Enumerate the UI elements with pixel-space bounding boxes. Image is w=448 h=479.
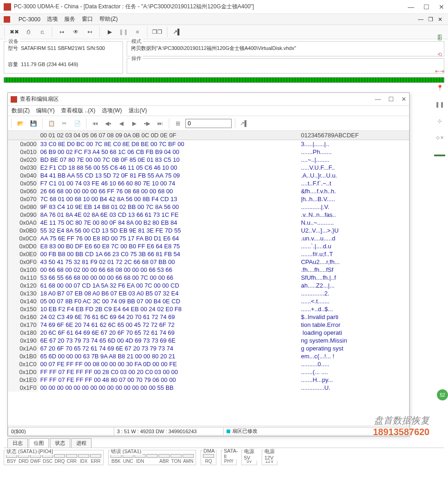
hex-next-icon[interactable]: ▪▶ <box>141 118 153 129</box>
close-button[interactable]: ✕ <box>439 3 444 11</box>
hex-row[interactable]: 0x0C0AA 75 6E FF 76 00 E8 8D 00 75 17 FA… <box>8 234 409 242</box>
sidebar-reset-icon[interactable]: ⟲ <box>434 49 445 60</box>
hex-row[interactable]: 0x030E2 F1 CD 18 88 56 00 55 C6 46 11 05… <box>8 164 409 172</box>
hex-row[interactable]: 0x040B4 41 BB AA 55 CD 13 5D 72 0F 81 FB… <box>8 172 409 179</box>
hex-row[interactable]: 0x12061 68 00 00 07 CD 1A 5A 32 F6 EA 00… <box>8 282 409 289</box>
sidebar-pin-icon[interactable]: 📍 <box>434 82 445 93</box>
status-panel: 状态 (SATA1)-[PIO4]BSYDRDDWFDSCDRQCRRIDXER… <box>4 448 444 465</box>
tab-bitmap[interactable]: 位图 <box>29 438 49 448</box>
hex-row[interactable]: 0x14005 00 07 8B F0 AC 3C 00 74 09 BB 07… <box>8 297 409 305</box>
hex-copy-icon[interactable]: 📋 <box>46 118 57 129</box>
led-item: DWF <box>30 454 41 464</box>
menubar-app-label[interactable]: PC-3000 <box>18 16 40 23</box>
hex-prev-icon[interactable]: ◀▪ <box>103 118 114 129</box>
sidebar-tool2-icon[interactable]: ⊹× <box>434 132 445 143</box>
hex-row[interactable]: 0x0A04E 11 75 0C 80 7E 00 80 0F 84 8A 00… <box>8 219 409 227</box>
tab-log[interactable]: 日志 <box>7 438 28 448</box>
tool-start-arrow-icon[interactable]: ↦ <box>56 26 68 37</box>
tool-binoculars-icon[interactable]: 👁 <box>70 26 81 37</box>
tool-end-arrow-icon[interactable]: ↤ <box>84 26 95 37</box>
hex-row[interactable]: 0x050F7 C1 01 00 74 03 FE 46 10 66 60 80… <box>8 179 409 187</box>
hex-row[interactable]: 0x17074 69 6F 6E 20 74 61 62 6C 65 00 45… <box>8 321 409 329</box>
hex-row[interactable]: 0x0D0E8 83 00 B0 DF E6 60 E8 7C 00 B0 FF… <box>8 242 409 250</box>
notification-badge[interactable]: 52 <box>437 389 448 400</box>
tab-process[interactable]: 进程 <box>71 438 92 448</box>
hex-row[interactable]: 0x1D0FF FF 07 FE FF FF 00 28 C0 03 00 20… <box>8 368 409 376</box>
hex-cut-icon[interactable]: ✂ <box>59 118 70 129</box>
hex-row[interactable]: 0x1B065 6D 00 00 00 63 7B 9A A8 B8 21 00… <box>8 352 409 360</box>
tool-head-icon[interactable]: ⎙ <box>23 26 34 37</box>
hex-row[interactable]: 0x1906E 67 20 73 79 73 74 65 6D 00 4D 69… <box>8 337 409 344</box>
app-icon <box>4 3 11 11</box>
led-item <box>147 454 158 464</box>
hex-header-ascii: 0123456789ABCDEF <box>295 131 409 140</box>
hex-menu-exit[interactable]: 退出(V) <box>129 107 147 115</box>
hex-row[interactable]: 0x00033 C0 8E D0 BC 00 7C 8E C0 8E D8 BE… <box>8 140 409 148</box>
sidebar-range-icon[interactable]: ⇤⇥ <box>434 66 445 77</box>
capacity-label: 容量 <box>8 61 18 67</box>
hex-menu-edit[interactable]: 编辑(Y) <box>36 107 55 115</box>
menu-help[interactable]: 帮助(Z) <box>99 15 117 23</box>
tab-status[interactable]: 状态 <box>50 438 70 448</box>
hex-open-icon[interactable]: 📂 <box>15 118 26 129</box>
sidebar-disk-icon[interactable]: 🗄 <box>434 32 445 43</box>
hex-row[interactable]: 0x18020 6C 6F 61 64 69 6E 67 20 6F 70 65… <box>8 329 409 337</box>
hex-row[interactable]: 0x10000 66 68 00 02 00 00 66 68 08 00 00… <box>8 266 409 274</box>
hex-table[interactable]: 00 01 02 03 04 05 06 07 08 09 0A 0B 0C 0… <box>8 131 409 392</box>
hex-paste-icon[interactable]: 📄 <box>72 118 83 129</box>
hex-row[interactable]: 0x1C000 07 FE FF FF 00 08 00 00 00 30 FA… <box>8 360 409 368</box>
mdi-restore-icon[interactable]: ❐ <box>428 16 433 23</box>
mdi-close-icon[interactable]: ✕ <box>438 16 442 23</box>
tool-settings-icon[interactable]: ✖✖ <box>9 26 20 37</box>
tool-copy-icon[interactable]: ❐❐ <box>152 26 163 37</box>
hex-row[interactable]: 0x1F000 00 00 00 00 00 00 00 00 00 00 00… <box>8 384 409 392</box>
menu-options[interactable]: 选项 <box>47 15 58 23</box>
menubar-app-icon <box>4 16 10 23</box>
hex-maximize-button[interactable]: ☐ <box>388 96 394 103</box>
sidebar-tool3-icon[interactable]: ▬▬ <box>434 149 445 160</box>
hex-back-icon[interactable]: ◀ <box>116 118 127 129</box>
hex-row[interactable]: 0x0908A 76 01 8A 4E 02 8A 6E 03 CD 13 66… <box>8 211 409 219</box>
hex-first-icon[interactable]: ⏮ <box>90 118 101 129</box>
hex-row[interactable]: 0x11053 66 55 66 68 00 00 00 00 66 68 00… <box>8 274 409 282</box>
hex-row[interactable]: 0x020BD BE 07 80 7E 00 00 7C 0B 0F 85 0E… <box>8 156 409 164</box>
tool-stop-icon[interactable]: ■ <box>132 26 143 37</box>
hex-fwd-icon[interactable]: ▶ <box>129 118 140 129</box>
menu-services[interactable]: 服务 <box>64 15 75 23</box>
hex-sector-input[interactable] <box>185 119 232 128</box>
hex-menu-template[interactable]: 查看模版 ..(X) <box>61 107 95 115</box>
hex-row[interactable]: 0x0707C 68 01 00 68 10 00 B4 42 8A 56 00… <box>8 195 409 203</box>
operation-legend: 操作 <box>130 55 143 62</box>
hex-row[interactable]: 0x0809F 83 C4 10 9E EB 14 B8 01 02 BB 00… <box>8 203 409 211</box>
maximize-button[interactable]: ☐ <box>423 3 430 11</box>
sidebar-tool1-icon[interactable]: ⊹ <box>434 116 445 127</box>
hex-row[interactable]: 0x06026 66 68 00 00 00 00 66 FF 76 08 68… <box>8 187 409 195</box>
hex-row[interactable]: 0x1E0FF FF 07 FE FF FF 00 48 80 07 00 70… <box>8 376 409 384</box>
hex-row[interactable]: 0x16024 02 C3 49 6E 76 61 6C 69 64 20 70… <box>8 313 409 321</box>
hex-minimize-button[interactable]: — <box>375 96 381 103</box>
sidebar-pause-icon[interactable]: ❚❚ <box>434 99 445 110</box>
hex-last-icon[interactable]: ⏭ <box>154 118 166 129</box>
hex-grid-icon[interactable]: ⊞ <box>172 118 184 129</box>
hex-exit-icon[interactable]: ↗▌ <box>239 118 250 129</box>
hex-row[interactable]: 0x15010 EB F2 F4 EB FD 2B C9 E4 64 EB 00… <box>8 305 409 313</box>
mdi-minimize-icon[interactable]: — <box>418 16 423 23</box>
tool-exit-icon[interactable]: ↗▌ <box>172 26 183 37</box>
hex-row[interactable]: 0x1A067 20 6F 70 65 72 61 74 69 6E 67 20… <box>8 344 409 352</box>
minimize-button[interactable]: — <box>408 3 414 11</box>
hex-row[interactable]: 0x0E000 FB B8 00 BB CD 1A 66 23 C0 75 3B… <box>8 250 409 258</box>
hex-menu-data[interactable]: 数据(Z) <box>12 107 30 115</box>
main-toolbar: ✖✖ ⎙ ⎌ ↦ 👁 ↤ ▶ ❚❚ ■ ❐❐ ↗▌ <box>0 25 448 39</box>
hex-row[interactable]: 0x0B055 32 E4 8A 56 00 CD 13 5D EB 9E 81… <box>8 227 409 234</box>
hex-menu-options[interactable]: 选项(W) <box>102 107 122 115</box>
hex-close-button[interactable]: ✕ <box>401 96 406 103</box>
tool-percent-icon[interactable]: ⎌ <box>37 26 48 37</box>
hex-row[interactable]: 0x01006 B9 00 02 FC F3 A4 50 68 1C 06 CB… <box>8 148 409 156</box>
menu-window[interactable]: 窗口 <box>82 15 93 23</box>
tool-play-icon[interactable]: ▶ <box>104 26 115 37</box>
hex-save-icon[interactable]: 💾 <box>28 118 39 129</box>
tool-pause-icon[interactable]: ❚❚ <box>118 26 129 37</box>
hex-row[interactable]: 0x13018 A0 B7 07 EB 08 A0 B6 07 EB 03 A0… <box>8 289 409 297</box>
hex-row[interactable]: 0x0F043 50 41 75 32 81 F9 02 01 72 2C 66… <box>8 258 409 266</box>
mode-text: 拷贝数据到"A:\PC3000\20190112福州120G金士顿A400\Vi… <box>131 45 440 52</box>
